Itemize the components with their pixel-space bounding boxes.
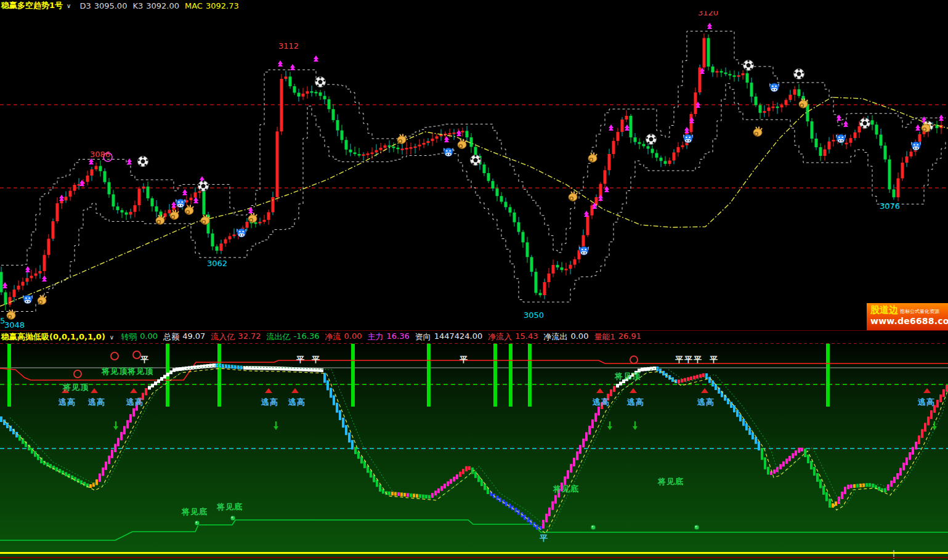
- ok-hand-icon: [569, 192, 577, 201]
- ok-hand-icon: [185, 205, 193, 215]
- bull-icon: [683, 134, 693, 143]
- field-资向: 资向1447424.00: [415, 331, 483, 343]
- field-净流: 净流0.00: [325, 331, 362, 343]
- bull-icon: [176, 199, 185, 208]
- watermark-url: www.de6688.com: [870, 316, 946, 326]
- main-chart-header: 稳赢多空趋势1号 ∨ D33095.00K33092.00MAC3092.73: [0, 0, 948, 11]
- soccer-ball-icon: [646, 134, 657, 144]
- bull-icon: [23, 295, 33, 304]
- chevron-down-icon[interactable]: ∨: [110, 334, 114, 341]
- field-主力: 主力16.36: [367, 331, 409, 343]
- soccer-ball-icon: [471, 155, 481, 165]
- soccer-ball-icon: [198, 181, 209, 191]
- bull-icon: [769, 83, 779, 92]
- bull-icon: [444, 148, 453, 156]
- ok-hand-icon: [397, 134, 406, 144]
- field-总额: 总额49.07: [163, 331, 205, 343]
- ok-hand-icon: [7, 310, 15, 320]
- field-净流出: 净流出0.00: [543, 331, 588, 343]
- bull-icon: [579, 246, 589, 255]
- soccer-ball-icon: [315, 76, 326, 87]
- soccer-ball-icon: [743, 60, 754, 70]
- bull-icon: [836, 134, 846, 143]
- watermark: 股道边 指标公式量化资源 www.de6688.com: [867, 303, 948, 330]
- field-量能1: 量能126.91: [594, 331, 641, 343]
- ok-hand-icon: [458, 139, 466, 149]
- watermark-tagline: 指标公式量化资源: [900, 308, 939, 315]
- field-净流入: 净流入15.43: [488, 331, 538, 343]
- field-K3: K33092.00: [132, 1, 179, 10]
- main-indicator-title[interactable]: 稳赢多空趋势1号: [1, 0, 63, 11]
- chevron-down-icon[interactable]: ∨: [67, 2, 71, 9]
- field-D3: D33095.00: [79, 1, 127, 10]
- ok-hand-icon: [588, 153, 597, 163]
- soccer-ball-icon: [860, 118, 870, 128]
- bull-icon: [237, 229, 246, 237]
- chart-graphics: [0, 0, 948, 560]
- watermark-brand: 股道边: [870, 304, 898, 316]
- oscillator-header: 稳赢高抛低吸(0,0,1,0,1,0) ∨ 转弱0.00总额49.07流入亿32…: [0, 330, 948, 343]
- ok-hand-icon: [248, 213, 257, 223]
- oscillator-values: 转弱0.00总额49.07流入亿32.72流出亿-16.36净流0.00主力16…: [121, 331, 647, 343]
- field-转弱: 转弱0.00: [121, 331, 158, 343]
- app-window: 稳赢多空趋势1号 ∨ D33095.00K33092.00MAC3092.73 …: [0, 0, 948, 560]
- soccer-ball-icon: [138, 156, 148, 166]
- field-MAC: MAC3092.73: [185, 1, 239, 10]
- field-流出亿: 流出亿-16.36: [267, 331, 320, 343]
- soccer-ball-icon: [794, 68, 804, 79]
- ok-hand-icon: [170, 210, 179, 220]
- oscillator-title[interactable]: 稳赢高抛低吸(0,0,1,0,1,0): [1, 331, 105, 343]
- ok-hand-icon: [753, 127, 762, 137]
- field-流入亿: 流入亿32.72: [211, 331, 261, 343]
- bull-icon: [911, 142, 921, 150]
- main-indicator-values: D33095.00K33092.00MAC3092.73: [79, 1, 244, 10]
